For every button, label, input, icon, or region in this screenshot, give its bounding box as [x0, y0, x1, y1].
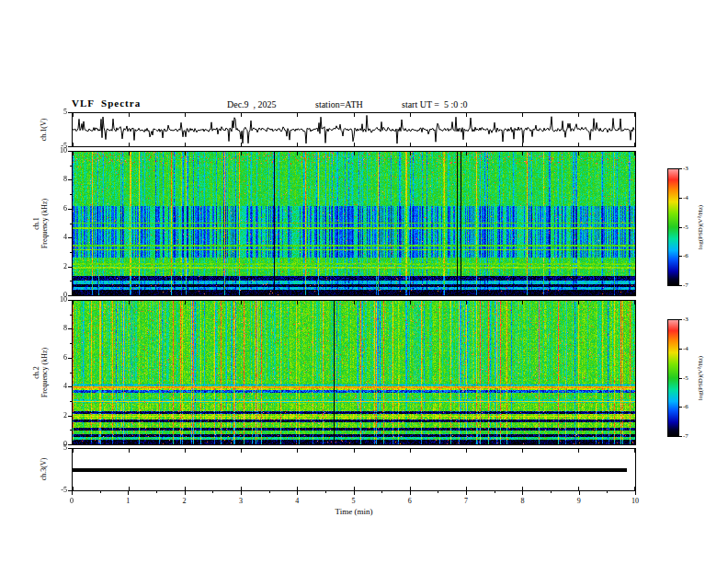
x-minor-tick — [156, 491, 157, 493]
x-minor-tick — [325, 491, 326, 493]
colorbar-tick-label: -7 — [683, 432, 698, 440]
y-minor-tick — [70, 373, 72, 373]
y-tick — [68, 386, 72, 387]
y-tick — [68, 328, 72, 329]
y-tick-label: 8 — [47, 324, 67, 332]
y-tick-label: 4 — [47, 233, 67, 241]
colorbar-tick-label: -7 — [683, 282, 698, 289]
ch2-spectrogram-canvas — [73, 301, 635, 444]
x-minor-tick — [212, 491, 213, 493]
y-tick — [68, 300, 72, 301]
ch3-wave-ylabel: ch.3(V) — [40, 458, 48, 481]
x-minor-tick — [100, 491, 101, 493]
y-tick-label: 10 — [47, 146, 67, 155]
ch1-waveform-canvas — [73, 113, 635, 146]
colorbar-tick — [679, 319, 682, 320]
x-tick — [635, 491, 636, 495]
colorbar-ch1-unit-label: log(PSD)(V²/Hz) — [697, 205, 704, 249]
ch1-wave-ylabel: ch.1(V) — [40, 119, 48, 142]
ch3-waveform-canvas — [73, 449, 635, 490]
y-tick — [68, 179, 72, 180]
y-tick — [68, 146, 72, 147]
x-tick — [410, 491, 411, 495]
colorbar-tick — [679, 349, 682, 350]
ch1-spec-ylabel-line1: ch.1 — [32, 199, 40, 248]
colorbar-tick-label: -5 — [683, 374, 698, 382]
y-tick — [68, 267, 72, 268]
y-tick — [68, 151, 72, 152]
y-tick-label: 2 — [47, 262, 67, 270]
x-tick-label: 10 — [626, 497, 644, 505]
colorbar-ch2-unit-label: log(PSD)(V²/Hz) — [697, 356, 704, 400]
y-minor-tick — [70, 194, 72, 195]
ch2-spec-ylabel-line1: ch.2 — [32, 348, 40, 397]
x-tick-label: 9 — [570, 497, 588, 505]
y-tick — [68, 448, 72, 449]
y-tick — [68, 416, 72, 417]
x-tick — [128, 491, 129, 495]
colorbar-ch1 — [667, 168, 679, 286]
y-tick-label: 4 — [47, 382, 67, 390]
y-minor-tick — [70, 224, 72, 224]
x-minor-tick — [269, 491, 270, 493]
x-tick — [241, 491, 242, 495]
y-tick-label: 6 — [47, 353, 67, 362]
ch3-waveform-panel — [72, 448, 636, 491]
x-tick-label: 5 — [345, 497, 363, 505]
y-minor-tick — [70, 401, 72, 402]
colorbar-tick — [679, 168, 682, 169]
x-tick — [466, 491, 467, 495]
figure-date: Dec.9 , 2025 — [227, 99, 277, 109]
x-minor-tick — [381, 491, 382, 493]
x-tick-label: 1 — [119, 497, 137, 505]
colorbar-tick — [679, 256, 682, 257]
ch1-spectrogram-canvas — [73, 152, 635, 295]
colorbar-tick-label: -4 — [683, 194, 698, 201]
x-minor-tick — [607, 491, 608, 493]
x-tick-label: 7 — [457, 497, 475, 505]
colorbar-tick-label: -6 — [683, 403, 698, 410]
x-tick — [579, 491, 580, 495]
x-tick — [522, 491, 523, 495]
ch2-spectrogram-panel — [72, 300, 636, 445]
y-tick-label: 5 — [47, 443, 67, 452]
y-tick-label: 8 — [47, 175, 67, 183]
ch1-waveform-panel — [72, 112, 636, 147]
y-tick-label: 5 — [47, 108, 67, 116]
colorbar-tick-label: -4 — [683, 345, 698, 352]
start-time-label: start UT = 5 :0 :0 — [402, 99, 468, 109]
x-minor-tick — [495, 491, 495, 493]
y-minor-tick — [70, 343, 72, 344]
y-minor-tick — [70, 252, 72, 253]
colorbar-tick — [679, 407, 682, 408]
x-tick-label: 8 — [513, 497, 531, 505]
x-tick-label: 0 — [63, 497, 81, 505]
colorbar-tick-label: -3 — [683, 316, 698, 323]
colorbar-ch2 — [667, 319, 679, 437]
colorbar-tick-label: -5 — [683, 224, 698, 231]
x-tick — [185, 491, 186, 495]
y-tick — [68, 444, 72, 445]
x-tick — [354, 491, 355, 495]
y-tick — [68, 209, 72, 210]
x-tick-label: 2 — [176, 497, 194, 505]
x-minor-tick — [551, 491, 552, 493]
colorbar-tick — [679, 285, 682, 286]
x-minor-tick — [438, 491, 438, 493]
y-tick-label: -5 — [47, 486, 67, 494]
x-tick-label: 3 — [232, 497, 250, 505]
y-minor-tick — [70, 281, 72, 282]
y-tick — [68, 237, 72, 238]
ch1-spectrogram-panel — [72, 151, 636, 296]
colorbar-tick — [679, 378, 682, 379]
vlf-spectra-figure: VLF Spectra Dec.9 , 2025 station=ATH sta… — [0, 0, 728, 563]
y-tick-label: 6 — [47, 204, 67, 213]
y-tick — [68, 358, 72, 359]
colorbar-tick — [679, 436, 682, 437]
colorbar-tick — [679, 227, 682, 228]
x-tick-label: 6 — [401, 497, 419, 505]
x-tick — [72, 491, 73, 495]
y-tick-label: 2 — [47, 411, 67, 419]
y-tick — [68, 295, 72, 296]
x-tick — [297, 491, 298, 495]
